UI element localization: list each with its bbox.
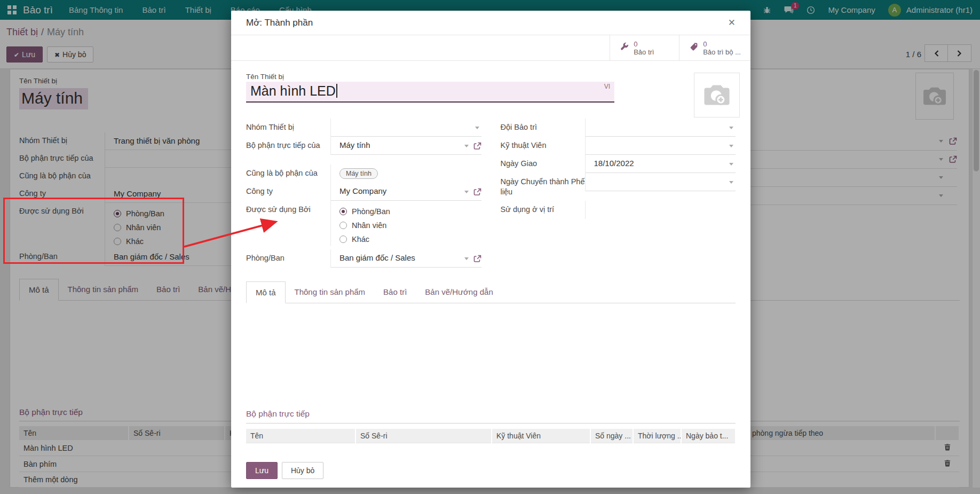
dialog-header: Mở: Thành phần ✕ [231, 11, 750, 35]
field-company: Công ty My Company [246, 183, 481, 201]
modal-radio-employee[interactable]: Nhân viên [339, 218, 480, 232]
caret-down-icon [464, 191, 469, 193]
modal-col-name[interactable]: Tên [246, 429, 355, 443]
stat-button-part-maintenance[interactable]: 0Bảo trì bộ ... [679, 35, 750, 60]
modal-col-next-maintenance[interactable]: Ngày bảo t... [681, 429, 736, 443]
modal-col-duration[interactable]: Thời lượng ... [633, 429, 681, 443]
field-assigned-date: Ngày Giao 18/10/2022 [501, 155, 736, 173]
modal-left-column: Nhóm Thiết bị Bộ phận trực tiếp của Máy … [246, 119, 481, 268]
modal-tab-content-empty [246, 303, 736, 409]
dialog-title: Mở: Thành phần [246, 18, 313, 28]
modal-right-column: Đội Bảo trì Kỹ thuật Viên Ngày Giao 18/1… [501, 119, 736, 268]
dialog-footer: Lưu Hủy bỏ [246, 462, 323, 479]
caret-down-icon [475, 127, 479, 129]
field-equipment-group: Nhóm Thiết bị [246, 119, 481, 137]
modal-notebook-tabs: Mô tả Thông tin sản phẩm Bảo trì Bản vẽ/… [246, 281, 736, 303]
field-direct-part-of: Bộ phận trực tiếp của Máy tính [246, 137, 481, 164]
modal-name-label: Tên Thiết bị [246, 73, 736, 81]
field-technician: Kỹ thuật Viên [501, 137, 736, 155]
wrench-icon [620, 42, 629, 53]
modal-section-title: Bộ phận trực tiếp [246, 409, 736, 419]
modal-tab-drawings[interactable]: Bản vẽ/Hướng dẫn [416, 281, 502, 303]
field-department: Phòng/Ban Ban giám đốc / Sales [246, 249, 481, 268]
text-cursor [336, 84, 337, 98]
dialog-body: Tên Thiết bị Màn hình LED VI Nhóm Thiết … [231, 61, 750, 443]
close-icon[interactable]: ✕ [728, 17, 736, 28]
camera-plus-icon [701, 81, 733, 109]
radio-icon [339, 222, 347, 229]
modal-col-serial[interactable]: Số Sê-ri [355, 429, 492, 443]
divider [246, 423, 736, 424]
field-scrap-date: Ngày Chuyển thành Phế liệu [501, 173, 736, 201]
stat-button-maintenance[interactable]: 0Bảo trì [610, 35, 679, 60]
modal-save-button[interactable]: Lưu [246, 462, 278, 479]
equipment-name-input[interactable]: Màn hình LED VI [246, 82, 614, 103]
external-link-icon[interactable] [473, 142, 481, 152]
caret-down-icon [729, 181, 733, 184]
caret-down-icon [729, 127, 733, 129]
modal-field-grid: Nhóm Thiết bị Bộ phận trực tiếp của Máy … [246, 119, 736, 268]
modal-tab-product-info[interactable]: Thông tin sản phẩm [286, 281, 375, 303]
open-component-dialog: Mở: Thành phần ✕ 0Bảo trì 0Bảo trì bộ ..… [231, 11, 750, 488]
caret-down-icon [464, 145, 469, 147]
modal-discard-button[interactable]: Hủy bỏ [282, 462, 323, 479]
external-link-icon[interactable] [473, 188, 481, 198]
radio-icon [339, 236, 347, 243]
field-maintenance-team: Đội Bảo trì [501, 119, 736, 137]
tag-pill[interactable]: Máy tính [339, 168, 378, 179]
caret-down-icon [464, 257, 469, 260]
stat-button-bar: 0Bảo trì 0Bảo trì bộ ... [231, 35, 750, 61]
radio-selected-icon [339, 208, 347, 215]
modal-radio-other[interactable]: Khác [339, 232, 480, 246]
modal-image-placeholder[interactable] [694, 73, 740, 117]
caret-down-icon [729, 163, 733, 166]
field-used-in-location: Sử dụng ở vị trí [501, 201, 736, 219]
modal-col-technician[interactable]: Kỹ thuật Viên [492, 429, 590, 443]
modal-tab-maintenance[interactable]: Bảo trì [374, 281, 416, 303]
page: Bảo trì Bảng Thông tin Bảo trì Thiết bị … [0, 0, 980, 494]
caret-down-icon [729, 145, 733, 147]
tag-icon [689, 42, 698, 53]
translation-badge[interactable]: VI [604, 83, 610, 90]
modal-radio-department[interactable]: Phòng/Ban [339, 205, 480, 218]
field-used-by: Được sử dụng Bởi Phòng/Ban Nhân viên Khá… [246, 201, 481, 246]
modal-components-table: Tên Số Sê-ri Kỹ thuật Viên Số ngày ... T… [246, 429, 736, 443]
modal-col-days[interactable]: Số ngày ... [590, 429, 633, 443]
external-link-icon[interactable] [473, 255, 481, 264]
modal-tab-description[interactable]: Mô tả [246, 281, 286, 303]
field-also-part-of: Cũng là bộ phận của Máy tính [246, 164, 481, 183]
